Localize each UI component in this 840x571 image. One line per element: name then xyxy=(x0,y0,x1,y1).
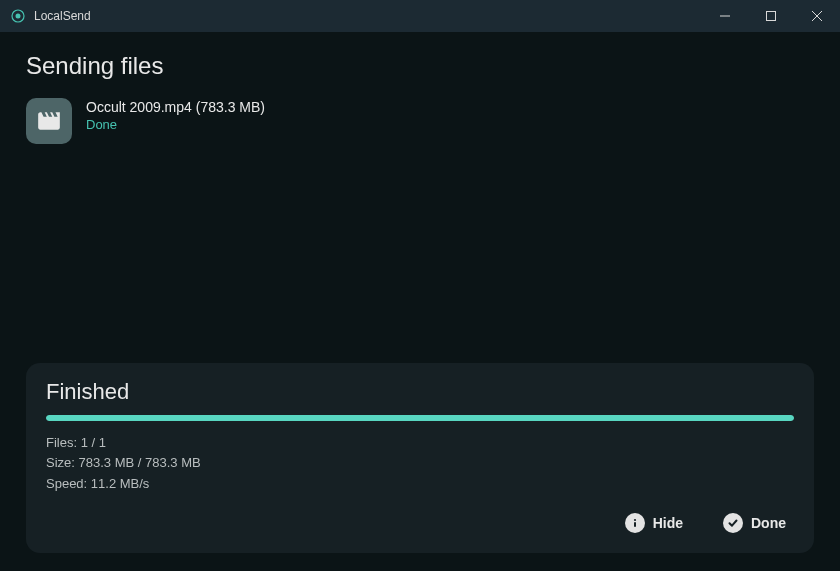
maximize-button[interactable] xyxy=(748,0,794,32)
svg-rect-3 xyxy=(767,12,776,21)
movie-icon xyxy=(26,98,72,144)
svg-rect-7 xyxy=(634,522,636,527)
stat-speed: Speed: 11.2 MB/s xyxy=(46,474,794,495)
info-icon xyxy=(625,513,645,533)
close-button[interactable] xyxy=(794,0,840,32)
summary-title: Finished xyxy=(46,379,794,405)
main-content: Sending files Occult 2009.mp4 (783.3 MB)… xyxy=(0,32,840,571)
svg-point-1 xyxy=(16,14,21,19)
titlebar: LocalSend xyxy=(0,0,840,32)
done-button[interactable]: Done xyxy=(715,507,794,539)
summary-actions: Hide Done xyxy=(46,507,794,539)
file-info: Occult 2009.mp4 (783.3 MB) Done xyxy=(86,98,265,132)
svg-point-6 xyxy=(634,519,636,521)
progress-bar xyxy=(46,415,794,421)
file-status: Done xyxy=(86,117,265,132)
hide-label: Hide xyxy=(653,515,683,531)
file-row: Occult 2009.mp4 (783.3 MB) Done xyxy=(26,98,814,144)
stat-files: Files: 1 / 1 xyxy=(46,433,794,454)
stat-size: Size: 783.3 MB / 783.3 MB xyxy=(46,453,794,474)
summary-panel: Finished Files: 1 / 1 Size: 783.3 MB / 7… xyxy=(26,363,814,553)
hide-button[interactable]: Hide xyxy=(617,507,691,539)
window-controls xyxy=(702,0,840,32)
file-name: Occult 2009.mp4 (783.3 MB) xyxy=(86,99,265,115)
window-title: LocalSend xyxy=(34,9,702,23)
page-title: Sending files xyxy=(26,52,814,80)
app-icon xyxy=(10,8,26,24)
minimize-button[interactable] xyxy=(702,0,748,32)
done-label: Done xyxy=(751,515,786,531)
progress-fill xyxy=(46,415,794,421)
check-icon xyxy=(723,513,743,533)
